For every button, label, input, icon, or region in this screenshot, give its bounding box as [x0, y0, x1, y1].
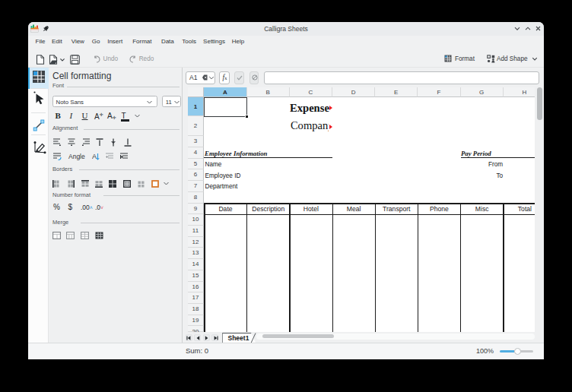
svg-text:A: A	[92, 153, 97, 160]
